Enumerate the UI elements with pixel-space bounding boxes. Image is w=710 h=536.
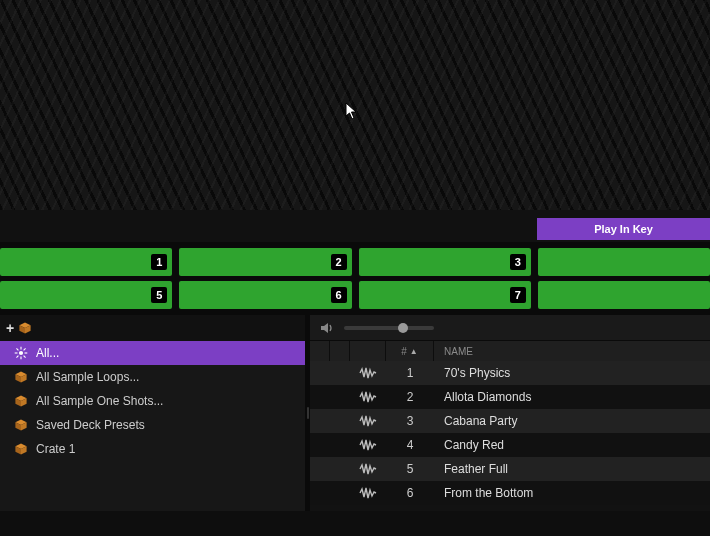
- pad-number: 1: [151, 254, 167, 270]
- row-name: Candy Red: [434, 438, 710, 452]
- add-crate-button[interactable]: +: [6, 320, 32, 336]
- crate-panel: + All...All Sample Loops...All Sample On…: [0, 315, 305, 511]
- crate-icon: [14, 370, 28, 384]
- svg-line-6: [24, 356, 26, 358]
- app-root: Play In Key 1 2 3 5 6 7 + A: [0, 0, 710, 536]
- row-number: 1: [386, 366, 434, 380]
- row-number: 5: [386, 462, 434, 476]
- pad-row-1: 1 2 3: [0, 248, 710, 276]
- pad-number: 3: [510, 254, 526, 270]
- svg-line-7: [24, 348, 26, 350]
- crate-label: Saved Deck Presets: [36, 418, 145, 432]
- pad-6[interactable]: 6: [179, 281, 351, 309]
- crate-list: All...All Sample Loops...All Sample One …: [0, 341, 305, 511]
- waveform-icon: [350, 462, 386, 476]
- column-name[interactable]: NAME: [434, 341, 710, 361]
- crate-item[interactable]: Crate 1: [0, 437, 305, 461]
- volume-knob[interactable]: [398, 323, 408, 333]
- row-number: 3: [386, 414, 434, 428]
- preview-toolbar: [310, 315, 710, 341]
- waveform-icon: [350, 366, 386, 380]
- volume-slider[interactable]: [344, 326, 434, 330]
- column-number[interactable]: # ▲: [386, 341, 434, 361]
- pad-row-2: 5 6 7: [0, 281, 710, 309]
- pad-2[interactable]: 2: [179, 248, 351, 276]
- crate-label: Crate 1: [36, 442, 75, 456]
- column-waveform[interactable]: [350, 341, 386, 361]
- pad-4[interactable]: [538, 248, 710, 276]
- column-name-label: NAME: [444, 346, 473, 357]
- sort-ascending-icon: ▲: [410, 347, 418, 356]
- pad-number: 5: [151, 287, 167, 303]
- crate-item[interactable]: All Sample Loops...: [0, 365, 305, 389]
- table-row[interactable]: 3Cabana Party: [310, 409, 710, 433]
- table-row[interactable]: 6From the Bottom: [310, 481, 710, 505]
- crate-label: All...: [36, 346, 59, 360]
- crate-toolbar: +: [0, 315, 305, 341]
- table-row[interactable]: 2Allota Diamonds: [310, 385, 710, 409]
- track-table-header: # ▲ NAME: [310, 341, 710, 361]
- waveform-icon: [350, 438, 386, 452]
- pad-5[interactable]: 5: [0, 281, 172, 309]
- crate-icon: [14, 394, 28, 408]
- column-play[interactable]: [310, 341, 330, 361]
- pad-7[interactable]: 7: [359, 281, 531, 309]
- waveform-icon: [350, 390, 386, 404]
- pad-number: 6: [331, 287, 347, 303]
- column-number-label: #: [401, 346, 407, 357]
- track-panel: # ▲ NAME 170's Physics2Allota Diamonds3C…: [310, 315, 710, 511]
- row-name: Feather Full: [434, 462, 710, 476]
- volume-icon: [320, 322, 334, 334]
- crate-label: All Sample Loops...: [36, 370, 139, 384]
- waveform-icon: [350, 486, 386, 500]
- waveform-stage: [0, 0, 710, 210]
- table-row[interactable]: 170's Physics: [310, 361, 710, 385]
- crate-item[interactable]: All Sample One Shots...: [0, 389, 305, 413]
- pad-number: 2: [331, 254, 347, 270]
- crate-item[interactable]: All...: [0, 341, 305, 365]
- pad-3[interactable]: 3: [359, 248, 531, 276]
- all-crate-icon: [14, 346, 28, 360]
- crate-label: All Sample One Shots...: [36, 394, 163, 408]
- column-select[interactable]: [330, 341, 350, 361]
- svg-line-8: [16, 356, 18, 358]
- table-row[interactable]: 5Feather Full: [310, 457, 710, 481]
- row-number: 6: [386, 486, 434, 500]
- pad-grid: 1 2 3 5 6 7: [0, 242, 710, 315]
- row-name: 70's Physics: [434, 366, 710, 380]
- browser-split: + All...All Sample Loops...All Sample On…: [0, 315, 710, 511]
- crate-icon: [14, 442, 28, 456]
- row-name: Allota Diamonds: [434, 390, 710, 404]
- action-bar: Play In Key: [0, 210, 710, 242]
- track-table-body: 170's Physics2Allota Diamonds3Cabana Par…: [310, 361, 710, 511]
- pad-1[interactable]: 1: [0, 248, 172, 276]
- pad-number: 7: [510, 287, 526, 303]
- crate-icon: [18, 321, 32, 335]
- row-number: 4: [386, 438, 434, 452]
- pad-8[interactable]: [538, 281, 710, 309]
- mouse-cursor: [345, 102, 359, 120]
- plus-icon: +: [6, 320, 14, 336]
- crate-icon: [14, 418, 28, 432]
- table-row[interactable]: 4Candy Red: [310, 433, 710, 457]
- row-name: From the Bottom: [434, 486, 710, 500]
- row-name: Cabana Party: [434, 414, 710, 428]
- svg-point-0: [19, 351, 23, 355]
- play-in-key-button[interactable]: Play In Key: [537, 218, 710, 240]
- waveform-icon: [350, 414, 386, 428]
- svg-line-5: [16, 348, 18, 350]
- row-number: 2: [386, 390, 434, 404]
- crate-item[interactable]: Saved Deck Presets: [0, 413, 305, 437]
